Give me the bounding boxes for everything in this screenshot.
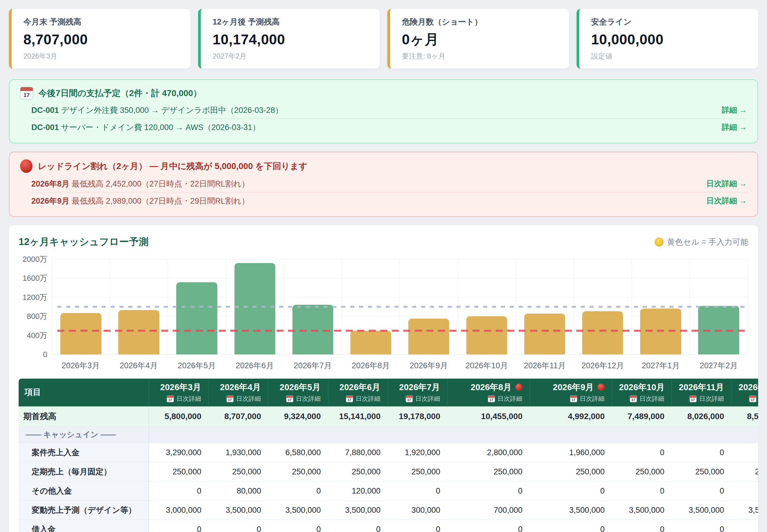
cell: 9,324,000 (268, 407, 328, 426)
balance-bar (234, 263, 275, 354)
detail-link[interactable]: 詳細 → (722, 105, 747, 115)
cell: 7,489,000 (612, 407, 672, 426)
cell: 250,000 (149, 462, 208, 481)
row-label: 変動売上予測（デザイン等） (19, 501, 149, 520)
cell: 15,141,000 (328, 407, 388, 426)
balance-bar (118, 310, 159, 354)
cell: 8,707,000 (208, 407, 268, 426)
cell: 0 (149, 481, 208, 501)
payments-alert-title: 今後7日間の支払予定（2件・計 470,000） (38, 87, 202, 99)
daily-detail-link[interactable]: 17日次詳細 (335, 395, 380, 403)
red-flag-icon (598, 384, 605, 391)
section-row: —— キャッシュイン —— (19, 426, 758, 443)
cell: 0 (672, 520, 731, 532)
cell: 3,500,000 (208, 501, 268, 520)
daily-detail-link[interactable]: 17日次詳細 (395, 395, 440, 403)
gridline (52, 354, 748, 355)
daily-detail-link[interactable]: 日次詳細 → (706, 179, 747, 189)
balance-bar (524, 314, 565, 354)
cell: 250,000 (530, 462, 612, 481)
balance-bar (60, 313, 101, 354)
calendar-icon: 17 (690, 395, 697, 402)
chart-plot-area: 0400万800万1200万1600万2000万 (52, 259, 748, 354)
table-header-row: 項目 2026年3月 17日次詳細 2026年4月 17日次詳細 2026年5月… (19, 379, 758, 407)
cell: 5,800,000 (149, 407, 208, 426)
daily-detail-link[interactable]: 17日次詳細 (156, 395, 201, 403)
calendar-icon: 17 (226, 395, 233, 402)
calendar-icon: 17 (488, 395, 495, 402)
month-label: 2026年3月 (156, 382, 201, 393)
month-label: 2026年4月 (216, 382, 261, 393)
cell: 250,000 (612, 462, 672, 481)
cashflow-dashboard: 今月末 予測残高 8,707,000 2026年3月 12ヶ月後 予測残高 10… (0, 0, 767, 532)
daily-detail-link[interactable]: 17日次詳細 (679, 395, 724, 403)
month-label: 2026年10月 (619, 382, 664, 393)
cell: 700,000 (448, 501, 530, 520)
kpi-sub: 2027年2月 (213, 52, 368, 60)
cell: 0 (672, 481, 731, 501)
daily-detail-link[interactable]: 17日次詳細 (537, 395, 605, 403)
balance-bar (408, 319, 450, 354)
calendar-icon: 17 (20, 87, 33, 99)
kpi-value: 0ヶ月 (402, 31, 557, 48)
alert-item-text: 2026年9月 最低残高 2,989,000（27日時点・29日間RL割れ） (31, 196, 249, 206)
cell: 0 (448, 520, 530, 532)
chart-x-label: 2026年6月 (226, 360, 284, 371)
row-label: —— キャッシュイン —— (19, 426, 149, 443)
table-row: 定期売上（毎月固定）250,000250,000250,000250,00025… (19, 462, 758, 481)
row-label: 案件売上入金 (19, 443, 149, 462)
kpi-sub: 要注意: 8ヶ月 (402, 52, 557, 60)
cashflow-chart: 0400万800万1200万1600万2000万 2 (19, 259, 748, 379)
row-label: 定期売上（毎月固定） (19, 462, 149, 481)
kpi-label: 今月末 予測残高 (23, 17, 179, 27)
daily-detail-link[interactable]: 17日次詳細 (619, 395, 664, 403)
cell: 0 (268, 481, 328, 501)
cell: 250,000 (672, 462, 731, 481)
calendar-icon: 17 (286, 395, 293, 402)
cell: 7,880,000 (328, 443, 388, 462)
kpi-card: 危険月数（ショート） 0ヶ月 要注意: 8ヶ月 (388, 9, 569, 69)
cell: 0 (612, 443, 672, 462)
col-header-month: 2026年12月 17日次詳細 (731, 379, 758, 407)
col-header-month: 2026年9月 17日次詳細 (530, 379, 612, 407)
daily-detail-link[interactable]: 17日次詳細 (455, 395, 523, 403)
cell: 3,000,000 (149, 501, 208, 520)
detail-link[interactable]: 詳細 → (722, 122, 747, 132)
cell: 3,500,000 (328, 501, 388, 520)
upcoming-payments-alert: 17 今後7日間の支払予定（2件・計 470,000） DC-001 デザイン外… (9, 79, 758, 143)
kpi-label: 危険月数（ショート） (402, 17, 557, 27)
daily-detail-link[interactable]: 日次詳細 → (706, 196, 747, 206)
daily-detail-link[interactable]: 17日次詳細 (275, 395, 321, 403)
legend-label: 黄色セル = 手入力可能 (667, 237, 748, 247)
cell: 0 (268, 520, 328, 532)
month-label: 2026年6月 (335, 382, 380, 393)
cell: 0 (612, 520, 672, 532)
cell: 3,500,000 (530, 501, 612, 520)
cell: 0 (530, 520, 612, 532)
col-header-month: 2026年6月 17日次詳細 (328, 379, 388, 407)
daily-detail-link[interactable]: 17日次詳細 (216, 395, 261, 403)
chart-x-label: 2026年9月 (400, 360, 458, 371)
calendar-icon: 17 (630, 395, 637, 402)
alert-item-text: DC-001 デザイン外注費 350,000 → デザインラボ田中（2026-0… (31, 105, 283, 115)
cell: 3,290,000 (149, 443, 208, 462)
col-header-month: 2026年5月 17日次詳細 (268, 379, 328, 407)
kpi-sub: 設定値 (591, 52, 746, 60)
chart-x-label: 2026年4月 (110, 360, 168, 371)
daily-detail-link[interactable]: 17日次詳細 (739, 395, 758, 403)
cell: 300,000 (388, 501, 448, 520)
table-row: 案件売上入金3,290,0001,930,0006,580,0007,880,0… (19, 443, 758, 462)
chart-x-label: 2026年12月 (574, 360, 632, 371)
cell: 0 (612, 481, 672, 501)
month-label: 2026年12月 (739, 382, 758, 393)
alert-item-text: DC-001 サーバー・ドメイン費 120,000 → AWS（2026-03-… (31, 122, 260, 132)
cell: 80,000 (208, 481, 268, 501)
forecast-card-header: 12ヶ月キャッシュフロー予測 黄色セル = 手入力可能 (19, 235, 748, 249)
yellow-dot-icon (655, 238, 664, 246)
red-line (57, 330, 748, 332)
cell: 0 (208, 520, 268, 532)
payments-alert-items: DC-001 デザイン外注費 350,000 → デザインラボ田中（2026-0… (31, 102, 747, 136)
calendar-icon: 17 (167, 395, 174, 402)
cell: 0 (149, 520, 208, 532)
cell: 6,580,000 (268, 443, 328, 462)
